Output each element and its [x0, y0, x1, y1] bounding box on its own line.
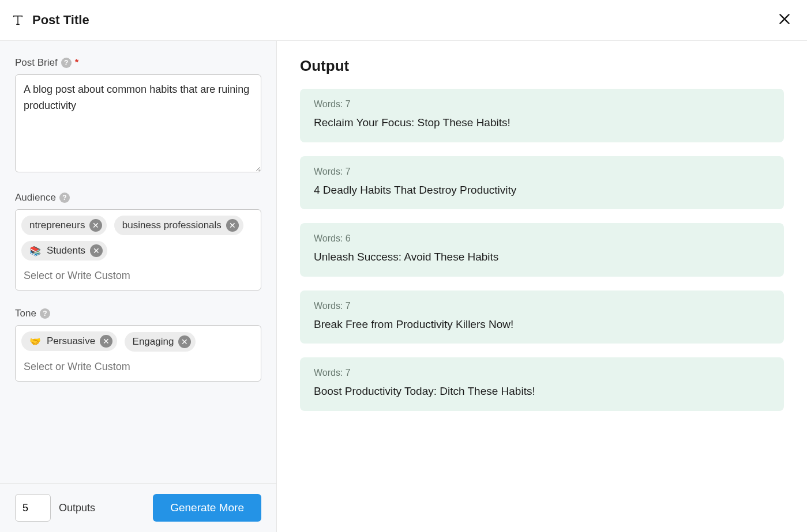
result-word-count: Words: 7: [314, 167, 770, 177]
result-card[interactable]: Words: 7Break Free from Productivity Kil…: [300, 290, 784, 344]
outputs-count-input[interactable]: [15, 494, 51, 522]
tag-label: Engaging: [133, 336, 174, 348]
tone-label: Tone: [15, 308, 36, 319]
tone-tag[interactable]: Engaging✕: [125, 332, 196, 352]
post-brief-label: Post Brief: [15, 57, 58, 69]
help-icon[interactable]: ?: [59, 193, 70, 203]
form-scroll-area[interactable]: Post Brief ? * Audience ? ntrepreneurs✕ …: [0, 41, 276, 483]
result-word-count: Words: 7: [314, 301, 770, 311]
result-text: 4 Deadly Habits That Destroy Productivit…: [314, 183, 770, 198]
tag-remove-icon[interactable]: ✕: [100, 335, 112, 348]
post-brief-input[interactable]: [15, 74, 261, 172]
tag-emoji-icon: 🤝: [29, 336, 41, 347]
title-type-icon: [12, 14, 24, 27]
audience-section: Audience ? ntrepreneurs✕ business profes…: [15, 192, 261, 290]
audience-tag[interactable]: business professionals✕: [114, 216, 243, 235]
tag-label: Students: [47, 245, 85, 256]
tone-section: Tone ? 🤝Persuasive✕ Engaging✕: [15, 308, 261, 382]
tag-remove-icon[interactable]: ✕: [89, 219, 102, 232]
close-button[interactable]: [775, 9, 794, 31]
result-text: Boost Productivity Today: Ditch These Ha…: [314, 384, 770, 399]
audience-tag[interactable]: 📚Students✕: [21, 241, 107, 261]
result-card[interactable]: Words: 7Reclaim Your Focus: Stop These H…: [300, 89, 784, 142]
output-panel: Output Words: 7Reclaim Your Focus: Stop …: [277, 41, 807, 532]
tag-remove-icon[interactable]: ✕: [90, 244, 103, 257]
result-card[interactable]: Words: 74 Deadly Habits That Destroy Pro…: [300, 156, 784, 210]
result-text: Reclaim Your Focus: Stop These Habits!: [314, 115, 770, 131]
result-word-count: Words: 7: [314, 368, 770, 378]
post-brief-section: Post Brief ? *: [15, 57, 261, 175]
result-word-count: Words: 7: [314, 99, 770, 110]
tag-remove-icon[interactable]: ✕: [226, 219, 239, 232]
audience-tag[interactable]: ntrepreneurs✕: [21, 216, 107, 235]
form-panel: Post Brief ? * Audience ? ntrepreneurs✕ …: [0, 41, 277, 532]
page-title: Post Title: [32, 13, 89, 28]
result-card[interactable]: Words: 7Boost Productivity Today: Ditch …: [300, 357, 784, 411]
bottom-bar: Outputs Generate More: [0, 483, 276, 532]
required-indicator: *: [75, 57, 79, 69]
help-icon[interactable]: ?: [40, 308, 50, 319]
audience-tagbox[interactable]: ntrepreneurs✕ business professionals✕ 📚S…: [15, 209, 261, 290]
output-title: Output: [300, 57, 784, 75]
tone-tagbox[interactable]: 🤝Persuasive✕ Engaging✕: [15, 325, 261, 382]
tag-label: business professionals: [122, 220, 222, 231]
audience-label: Audience: [15, 192, 56, 203]
audience-custom-input[interactable]: [21, 266, 255, 288]
tag-label: Persuasive: [47, 335, 95, 347]
tag-label: ntrepreneurs: [29, 220, 85, 231]
results-list: Words: 7Reclaim Your Focus: Stop These H…: [300, 89, 784, 411]
tag-emoji-icon: 📚: [29, 246, 41, 256]
generate-button[interactable]: Generate More: [153, 494, 261, 522]
tone-custom-input[interactable]: [21, 357, 255, 379]
outputs-label: Outputs: [59, 502, 95, 514]
result-text: Unleash Success: Avoid These Habits: [314, 250, 770, 265]
tone-tag[interactable]: 🤝Persuasive✕: [21, 331, 117, 351]
tag-remove-icon[interactable]: ✕: [178, 335, 191, 348]
help-icon[interactable]: ?: [61, 58, 72, 68]
result-word-count: Words: 6: [314, 233, 770, 244]
header: Post Title: [0, 0, 807, 41]
result-card[interactable]: Words: 6Unleash Success: Avoid These Hab…: [300, 223, 784, 277]
result-text: Break Free from Productivity Killers Now…: [314, 317, 770, 333]
